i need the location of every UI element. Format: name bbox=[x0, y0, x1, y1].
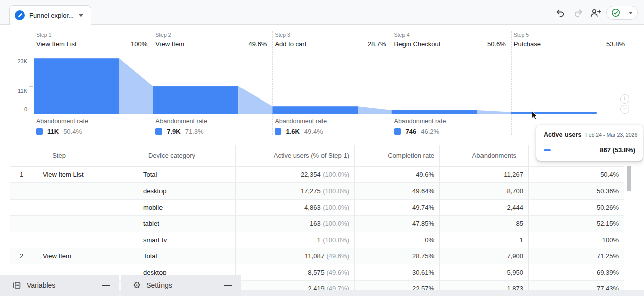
step-label: Step 5 bbox=[514, 32, 625, 38]
table-row[interactable]: smart tv1 (100.0%)0%1100% bbox=[10, 232, 624, 248]
cell-abandonments: 1 bbox=[439, 236, 528, 244]
funnel-step-header-3: Step 3Add to cart28.7% bbox=[275, 32, 386, 48]
exploration-tab-bar bbox=[0, 0, 644, 25]
settings-panel-header[interactable]: ⚙ Settings bbox=[121, 275, 242, 296]
tooltip-value: 867 (53.8%) bbox=[600, 146, 635, 154]
abandonment-value: 7.9K bbox=[167, 128, 180, 135]
cell-completion-rate: 49.64% bbox=[354, 187, 439, 195]
col-header-active-users[interactable]: Active users (% of Step 1) bbox=[235, 152, 354, 159]
tab-funnel-exploration[interactable]: Funnel explor... bbox=[9, 5, 91, 25]
step-label: Step 4 bbox=[394, 32, 506, 38]
funnel-bar-step-4[interactable] bbox=[392, 110, 477, 114]
chevron-down-icon bbox=[79, 14, 83, 17]
step-name: Putchase bbox=[514, 40, 541, 48]
table-row[interactable]: desktop17,275 (100.0%)49.64%8,70050.36% bbox=[10, 183, 624, 199]
zoom-out-button[interactable]: − bbox=[620, 105, 629, 114]
status-approved-dropdown[interactable] bbox=[606, 6, 638, 20]
funnel-drop-step-1 bbox=[119, 58, 153, 114]
column-divider bbox=[235, 145, 236, 290]
cell-abandonments: 5,950 bbox=[439, 269, 528, 276]
minimize-variables-button[interactable] bbox=[102, 285, 110, 286]
step-completion-pct: 28.7% bbox=[368, 40, 386, 48]
step-name: View Item bbox=[155, 40, 184, 48]
exploration-pencil-icon bbox=[15, 10, 25, 20]
cell-active-users: 22,354 (100.0%) bbox=[235, 171, 354, 178]
variables-panel-header[interactable]: Variables bbox=[0, 275, 119, 296]
step-name: View Item List bbox=[36, 40, 77, 48]
step-completion-pct: 49.6% bbox=[249, 40, 267, 48]
column-divider bbox=[354, 145, 355, 290]
abandonment-rate-label: Abandonment rate bbox=[275, 118, 327, 125]
funnel-bar-step-5[interactable] bbox=[511, 112, 597, 114]
cell-completion-rate: 0% bbox=[354, 236, 439, 244]
abandonment-rate-label: Abandonment rate bbox=[394, 118, 446, 125]
column-divider bbox=[439, 145, 440, 290]
table-header-row: Step Device category Active users (% of … bbox=[10, 145, 624, 167]
col-header-abandonments[interactable]: Abandonments bbox=[439, 152, 528, 159]
funnel-bar-step-3[interactable] bbox=[272, 106, 358, 114]
cell-abandonment-rate: 52.15% bbox=[528, 220, 624, 227]
col-header-step[interactable]: Step bbox=[10, 152, 133, 159]
cell-abandonment-rate: 50.4% bbox=[528, 171, 624, 178]
table-row[interactable]: mobile4,863 (100.0%)49.74%2,44450.26% bbox=[10, 200, 624, 216]
cell-device-category: Total bbox=[133, 252, 235, 260]
cell-device-category: tablet bbox=[133, 220, 235, 227]
funnel-chart bbox=[0, 54, 644, 117]
abandonment-rate-value: 49.4% bbox=[304, 128, 323, 135]
variables-panel-label: Variables bbox=[27, 281, 55, 289]
funnel-step-header-1: Step 1View Item List100% bbox=[36, 32, 147, 48]
cell-abandonment-rate: 71.25% bbox=[528, 252, 624, 260]
vertical-scrollbar[interactable] bbox=[627, 166, 631, 191]
abandonment-rate-value: 71.3% bbox=[185, 128, 204, 135]
funnel-bar-step-2[interactable] bbox=[153, 86, 238, 114]
abandonment-rate-label: Abandonment rate bbox=[36, 118, 88, 125]
funnel-step-header-4: Step 4Begin Checkout50.6% bbox=[394, 32, 506, 48]
chart-zoom-controls: + − bbox=[620, 94, 629, 115]
tab-label: Funnel explor... bbox=[29, 12, 74, 19]
cell-abandonment-rate: 50.36% bbox=[528, 187, 624, 195]
step-label: Step 1 bbox=[36, 32, 147, 38]
zoom-in-button[interactable]: + bbox=[620, 94, 629, 104]
cell-device-category: mobile bbox=[133, 204, 235, 211]
cell-completion-rate: 49.6% bbox=[354, 171, 439, 178]
step-label: Step 3 bbox=[275, 32, 386, 38]
settings-panel-label: Settings bbox=[146, 281, 172, 289]
share-users-button[interactable] bbox=[589, 6, 603, 20]
table-row[interactable]: tablet163 (100.0%)47.85%8552.15% bbox=[10, 216, 624, 232]
abandonment-cell-step-4: Abandonment rate74646.2% bbox=[394, 118, 446, 135]
header-actions bbox=[553, 5, 638, 20]
cell-device-category: smart tv bbox=[133, 236, 235, 244]
step-completion-pct: 100% bbox=[131, 40, 147, 48]
abandonment-rate-value: 46.2% bbox=[421, 128, 439, 135]
cell-abandonments: 85 bbox=[439, 220, 528, 227]
minimize-settings-button[interactable] bbox=[224, 285, 232, 286]
cell-abandonments: 8,700 bbox=[439, 187, 528, 195]
cell-abandonment-rate: 69.39% bbox=[528, 269, 624, 276]
tooltip-metric-label: Active users bbox=[544, 131, 581, 138]
abandonment-value: 746 bbox=[406, 128, 417, 135]
person-add-icon bbox=[590, 8, 602, 18]
chart-tooltip: Active users Feb 24 - Mar 23, 2026 867 (… bbox=[536, 125, 643, 161]
abandonment-rate-label: Abandonment rate bbox=[155, 118, 207, 125]
funnel-step-header-5: Step 5Putchase53.8% bbox=[514, 32, 625, 48]
cell-step-number: 1 bbox=[10, 171, 33, 178]
col-header-completion-rate[interactable]: Completion rate bbox=[354, 152, 439, 159]
cell-completion-rate: 47.85% bbox=[354, 220, 439, 227]
abandonment-cell-step-3: Abandonment rate1.6K49.4% bbox=[275, 118, 327, 135]
abandonment-rate-value: 50.4% bbox=[63, 128, 82, 135]
cell-active-users: 163 (100.0%) bbox=[235, 220, 354, 227]
tooltip-series-swatch bbox=[544, 149, 551, 151]
funnel-drop-step-2 bbox=[238, 86, 272, 114]
funnel-step-header-2: Step 2View Item49.6% bbox=[155, 32, 267, 48]
col-header-device-category[interactable]: Device category bbox=[133, 152, 235, 159]
check-circle-icon bbox=[611, 8, 620, 17]
cell-device-category: desktop bbox=[133, 187, 235, 195]
undo-button[interactable] bbox=[553, 6, 568, 20]
table-row[interactable]: 2View ItemTotal11,087 (49.6%)28.75%7,900… bbox=[10, 248, 624, 264]
table-row[interactable]: 1View Item ListTotal22,354 (100.0%)49.6%… bbox=[10, 167, 624, 183]
funnel-bar-step-1[interactable] bbox=[34, 58, 119, 114]
chevron-down-icon bbox=[629, 12, 633, 14]
legend-swatch bbox=[36, 128, 43, 135]
abandonment-cell-step-2: Abandonment rate7.9K71.3% bbox=[155, 118, 207, 135]
redo-button[interactable] bbox=[571, 6, 585, 20]
